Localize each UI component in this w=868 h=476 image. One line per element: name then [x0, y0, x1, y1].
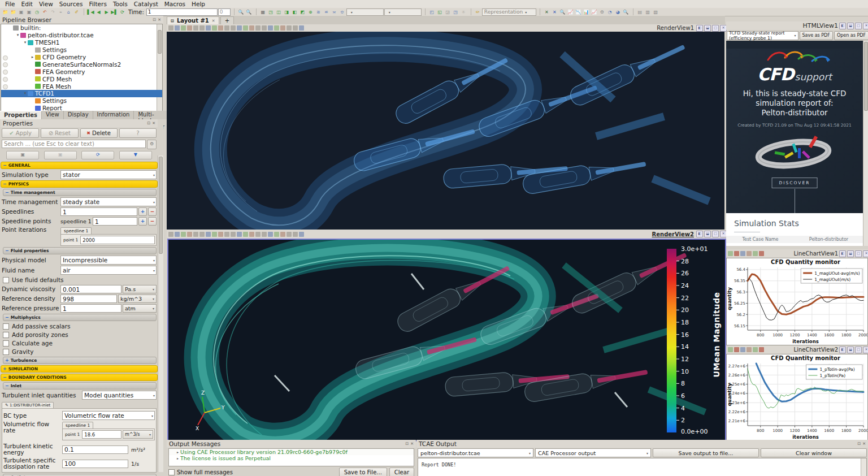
reset-range-icon[interactable]: ✳ — [460, 8, 467, 15]
close-icon[interactable]: ✕ — [862, 442, 866, 446]
time-index-input[interactable]: 0 — [218, 8, 231, 16]
menu-file[interactable]: File — [2, 1, 18, 7]
split-vertical-button[interactable]: ⬓ — [847, 250, 854, 257]
point-iterations-input[interactable]: 2000 — [80, 236, 155, 244]
delete-button[interactable]: ✖Delete — [80, 128, 118, 138]
view-toolbar-icon[interactable] — [753, 347, 758, 352]
capture-icon[interactable]: ▣ — [25, 8, 33, 15]
view-toolbar-icon[interactable] — [759, 251, 764, 256]
pipeline-item-settings[interactable]: Settings — [1, 97, 162, 105]
view-toolbar-icon[interactable] — [249, 232, 254, 237]
checkbox-add-passive-scalars[interactable]: Add passive scalars — [3, 323, 155, 330]
close-icon[interactable]: ✕ — [158, 18, 161, 22]
save-data-icon[interactable]: 📁 — [10, 8, 17, 15]
probe-icon[interactable]: ✏ — [474, 8, 481, 15]
view-toolbar-icon[interactable] — [287, 232, 292, 237]
split-horizontal-button[interactable]: ◧ — [839, 23, 846, 29]
section-fluid-properties[interactable]: −Fluid properties — [3, 247, 157, 254]
section-simulation[interactable]: +SIMULATION — [1, 365, 158, 373]
tcae-file-select[interactable]: pelton-distributor.tcae▾ — [418, 448, 533, 457]
tcae-output-titlebar[interactable]: TCAE Output ⊡ ✕ — [416, 440, 868, 448]
section-general[interactable]: −GENERAL — [1, 162, 158, 169]
reference-pressure-input[interactable]: 1 — [60, 304, 121, 313]
zoom-in-icon[interactable]: 🔍 — [237, 8, 245, 15]
speedline-points-input[interactable]: 1 — [93, 217, 137, 226]
view-toolbar-icon[interactable] — [243, 232, 248, 237]
view-toolbar-icon[interactable] — [753, 251, 758, 256]
glyph-icon[interactable]: ⊕ — [307, 8, 314, 15]
reference-density-unit-select[interactable]: kg/m^3▾ — [118, 295, 157, 303]
dynamic-viscosity-input[interactable]: 0.001 — [60, 285, 121, 293]
menu-tools[interactable]: Tools — [110, 1, 131, 7]
view-toolbar-icon[interactable] — [255, 232, 261, 237]
close-icon[interactable]: ✕ — [410, 442, 414, 446]
clip-icon[interactable]: ◨ — [283, 8, 290, 15]
view-toolbar-icon[interactable] — [175, 25, 180, 31]
toolbar-select[interactable]: ▾ — [346, 8, 384, 16]
turbulent-inlet-quantities-select[interactable]: Model quantities▾ — [82, 391, 157, 400]
section-inlet[interactable]: −Inlet — [3, 382, 157, 390]
maximize-view-button[interactable]: □ — [855, 347, 862, 353]
view-toolbar-icon[interactable] — [759, 347, 764, 352]
new-layout-tab-button[interactable]: + — [220, 16, 234, 24]
speedlines-remove-button[interactable]: − — [148, 207, 157, 216]
turbulent-kinetic-energy-input[interactable]: 0.1 — [62, 445, 128, 454]
view-toolbar-icon[interactable] — [747, 347, 752, 352]
undock-icon[interactable]: ⊡ — [405, 442, 409, 446]
paste-properties-button[interactable]: ▣ — [44, 151, 77, 159]
visibility-eye-icon[interactable] — [3, 62, 8, 67]
visibility-eye-icon[interactable] — [3, 55, 8, 60]
copy-properties-button[interactable]: ▣ — [6, 151, 39, 159]
view-toolbar-icon[interactable] — [747, 251, 752, 256]
view-toolbar-icon[interactable] — [255, 25, 261, 31]
threshold-icon[interactable]: ◩ — [299, 8, 306, 15]
view-toolbar-icon[interactable] — [181, 232, 186, 237]
view-toolbar-icon[interactable] — [224, 25, 229, 31]
time-management-select[interactable]: steady state▾ — [60, 197, 157, 206]
view-toolbar-icon[interactable] — [212, 232, 217, 237]
split-vertical-button[interactable]: ⬓ — [847, 23, 854, 29]
section-time-management[interactable]: −Time management — [3, 189, 157, 196]
view-toolbar-icon[interactable] — [262, 232, 267, 237]
view-toolbar-icon[interactable] — [299, 25, 304, 31]
camera-icon[interactable]: ⌂ — [65, 8, 72, 15]
view-toolbar-icon[interactable] — [262, 25, 267, 31]
rotate-right-icon[interactable]: ◕ — [614, 8, 622, 15]
save-defaults-button[interactable]: ▼ — [119, 151, 152, 159]
view-toolbar-icon[interactable] — [734, 347, 739, 352]
maximize-view-button[interactable]: □ — [855, 250, 862, 257]
view-toolbar-icon[interactable] — [280, 25, 285, 31]
help-button[interactable]: ? — [119, 128, 157, 138]
filters-icon[interactable]: ◳ — [267, 8, 275, 15]
zoom-to-data-icon[interactable]: ✕ — [551, 8, 558, 15]
pipeline-item-builtin-[interactable]: builtin: — [1, 24, 162, 32]
menu-help[interactable]: Help — [189, 1, 208, 7]
pipeline-item-generatesurfacenormals2[interactable]: GenerateSurfaceNormals2 — [1, 60, 162, 68]
view-toolbar-icon[interactable] — [740, 347, 745, 352]
stream-icon[interactable]: ≋ — [315, 8, 322, 15]
view-toolbar-icon[interactable] — [187, 232, 192, 237]
calc-icon[interactable]: ≍ — [331, 8, 338, 15]
spreadsheet-icon[interactable]: ▦ — [259, 8, 267, 15]
view-toolbar-icon[interactable] — [193, 232, 198, 237]
tcae-output-type-select[interactable]: CAE Processor output▾ — [535, 448, 651, 457]
checkbox-add-porosity-zones[interactable]: Add porosity zones — [3, 331, 155, 338]
time-input[interactable]: 1 — [146, 8, 218, 16]
menu-macros[interactable]: Macros — [162, 1, 188, 7]
tcae-output-text[interactable]: Report DONE! — [418, 458, 867, 476]
speedline-points-remove-button[interactable]: − — [148, 217, 157, 226]
view-toolbar-icon[interactable] — [299, 232, 304, 237]
renderview1-canvas[interactable] — [167, 32, 724, 230]
view-toolbar-icon[interactable] — [237, 232, 242, 237]
plot3-icon[interactable]: 📊 — [583, 8, 590, 15]
save-to-file-button[interactable]: Save to File... — [339, 468, 387, 476]
use-fluid-defaults-checkbox[interactable]: Use fluid defaults — [3, 276, 155, 283]
linechart2-canvas[interactable]: 8001000120014001600180020002.21e+62.22e+… — [726, 354, 868, 441]
zoom-box-icon[interactable]: 🔍 — [559, 8, 566, 15]
tcae-output-scrollbar[interactable] — [861, 458, 866, 476]
close-view-button[interactable]: ✕ — [863, 347, 868, 353]
view-toolbar-icon[interactable] — [218, 25, 223, 31]
edit-color-icon[interactable]: ✐ — [73, 8, 80, 15]
search-input[interactable]: Search ... (use Esc to clear text) — [2, 140, 146, 148]
prev-frame-icon[interactable]: ◀ — [95, 8, 102, 15]
